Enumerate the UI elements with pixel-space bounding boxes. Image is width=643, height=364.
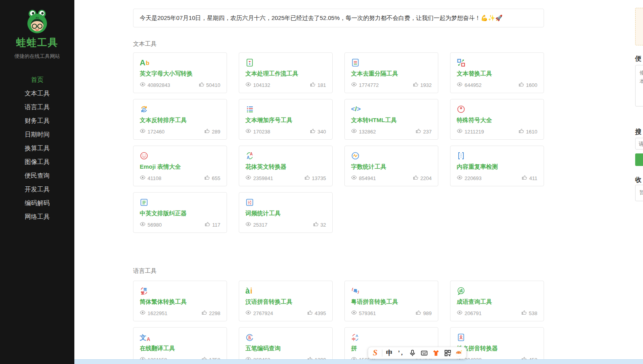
- punctuation-icon[interactable]: ’，: [396, 348, 406, 358]
- tool-card-title: 五笔编码查询: [245, 345, 326, 352]
- tool-card-stats: 8549412204: [351, 175, 432, 182]
- likes-count: 1932: [420, 82, 432, 88]
- tool-card[interactable]: 成成语查询工具206791538: [450, 281, 544, 321]
- thumb-up-icon: [521, 310, 527, 317]
- sidebar: 蛙蛙工具 便捷的在线工具网站 首页文本工具语言工具财务工具日期时间换算工具图像工…: [0, 0, 74, 364]
- eye-icon: [245, 221, 251, 228]
- tool-card[interactable]: 简繁简体繁体转换工具16229512298: [133, 281, 227, 321]
- tool-card-stats: 235984113735: [245, 175, 326, 182]
- toolbox-icon[interactable]: [443, 348, 452, 358]
- thumb-up-icon: [201, 310, 207, 317]
- tool-card-title: 英文字母大小写转换: [140, 70, 220, 77]
- eye-icon: [457, 310, 463, 317]
- likes-count: 50410: [206, 82, 220, 88]
- sidebar-item-2[interactable]: 语言工具: [0, 101, 74, 114]
- eye-icon: [457, 175, 463, 182]
- tool-card-stats: 27679244395: [245, 310, 326, 317]
- tool-card[interactable]: 文本去重分隔工具17747721932: [344, 52, 438, 93]
- tool-card[interactable]: *特殊符号大全12112191610: [450, 99, 544, 140]
- tool-card-title: 中英文排版纠正器: [140, 210, 220, 217]
- sidebar-item-5[interactable]: 换算工具: [0, 142, 74, 155]
- chinese-mode-icon[interactable]: 中: [385, 348, 394, 358]
- tool-card-stats: 4089284350410: [140, 81, 220, 88]
- thumb-up-icon: [198, 81, 204, 88]
- sidebar-item-0[interactable]: 首页: [0, 73, 74, 87]
- tool-card-stats: 132862237: [351, 128, 432, 135]
- tool-card[interactable]: ài汉语拼音转换工具27679244395: [239, 281, 333, 321]
- tool-card[interactable]: 粤粤语拼音转换工具579361989: [344, 281, 438, 321]
- eye-icon: [457, 81, 463, 88]
- eye-icon: [245, 310, 251, 317]
- views-count: 132862: [359, 129, 376, 135]
- skin-icon[interactable]: [431, 348, 441, 358]
- sidebar-item-9[interactable]: 编码解码: [0, 196, 74, 210]
- tool-card-stats: 220693411: [457, 175, 537, 182]
- tool-card-title: 文本反转排序工具: [140, 117, 220, 124]
- tool-card-title: 在线翻译工具: [140, 345, 220, 352]
- thumb-up-icon: [304, 175, 310, 182]
- sidebar-item-7[interactable]: 便民查询: [0, 169, 74, 183]
- tool-card[interactable]: 五五笔编码查询3694621399: [239, 327, 333, 364]
- chengyu-bubble-icon: 成: [457, 286, 537, 296]
- ime-divider: [382, 350, 382, 357]
- tool-card-title: 文本增加序号工具: [245, 117, 326, 124]
- sidebar-item-8[interactable]: 开发工具: [0, 183, 74, 196]
- tool-card[interactable]: 中英文排版纠正器56980117: [133, 192, 227, 233]
- tool-card[interactable]: Ab英文字母大小写转换4089284350410: [133, 52, 227, 93]
- tool-card[interactable]: 文本处理工作流工具104132181: [239, 52, 333, 93]
- tool-card-stats: 104132181: [245, 81, 326, 88]
- likes-count: 2204: [420, 175, 432, 181]
- sidebar-item-4[interactable]: 日期时间: [0, 128, 74, 142]
- tool-card[interactable]: 文本替换工具6449521600: [450, 52, 544, 93]
- search-button[interactable]: [635, 153, 643, 166]
- tool-card[interactable]: Emoji 表情大全41108655: [133, 146, 227, 186]
- translate-icon: 文A: [140, 333, 220, 342]
- tool-card[interactable]: AA花体英文转换器235984113735: [239, 146, 333, 186]
- sidebar-item-1[interactable]: 文本工具: [0, 87, 74, 101]
- eye-icon: [140, 81, 146, 88]
- sidebar-item-10[interactable]: 网络工具: [0, 210, 74, 224]
- tool-card-title: 姓名拼音转换器: [457, 345, 537, 352]
- thumb-up-icon: [310, 128, 315, 135]
- eye-icon: [457, 128, 463, 135]
- tool-card[interactable]: 文本增加序号工具170238340: [239, 99, 333, 140]
- eye-icon: [245, 128, 251, 135]
- tool-card[interactable]: 词频统计工具2531732: [239, 192, 333, 233]
- rotate-icon: [140, 105, 220, 114]
- assistant-icon[interactable]: [454, 348, 464, 358]
- tool-card-stats: 17747721932: [351, 81, 432, 88]
- likes-count: 181: [317, 82, 326, 88]
- thumb-up-icon: [204, 221, 210, 228]
- sidebar-item-3[interactable]: 财务工具: [0, 114, 74, 128]
- tool-card[interactable]: 内容重复率检测220693411: [450, 146, 544, 186]
- tool-card[interactable]: 文A在线翻译工具13611581758: [133, 327, 227, 364]
- jian-fan-icon: 简繁: [140, 286, 220, 296]
- sogou-ime-toolbar[interactable]: S中’，: [368, 347, 466, 359]
- eye-icon: [140, 221, 146, 228]
- search-input[interactable]: [635, 138, 643, 150]
- svg-text:A: A: [250, 152, 252, 156]
- tool-card[interactable]: </>文本转HTML工具132862237: [344, 99, 438, 140]
- microphone-icon[interactable]: [408, 348, 417, 358]
- site-title: 蛙蛙工具: [0, 36, 74, 49]
- views-count: 40892843: [148, 82, 170, 88]
- letter-case-icon: Ab: [140, 58, 220, 67]
- right-panel: 便 修 本 搜 收 暂: [633, 0, 643, 364]
- likes-count: 237: [423, 129, 432, 135]
- tool-card[interactable]: 字数统计工具8549412204: [344, 146, 438, 186]
- tool-card[interactable]: 文本反转排序工具172460289: [133, 99, 227, 140]
- tool-card-title: 花体英文转换器: [245, 163, 326, 171]
- views-count: 579361: [359, 310, 376, 316]
- tool-card-title: 文本转HTML工具: [351, 117, 432, 124]
- yue-icon: 粤: [351, 286, 432, 296]
- thumb-up-icon: [310, 81, 315, 88]
- keyboard-icon[interactable]: [420, 348, 429, 358]
- tool-card-title: 内容重复率检测: [457, 163, 537, 171]
- views-count: 1774772: [359, 82, 379, 88]
- sidebar-item-6[interactable]: 图像工具: [0, 155, 74, 169]
- sogou-logo-icon[interactable]: S: [371, 348, 380, 358]
- tool-grid: Ab英文字母大小写转换4089284350410文本处理工作流工具1041321…: [133, 52, 544, 233]
- frog-logo-icon: [25, 9, 50, 34]
- favorites-panel-body: 暂: [635, 185, 643, 201]
- tool-card-stats: 56980117: [140, 221, 220, 228]
